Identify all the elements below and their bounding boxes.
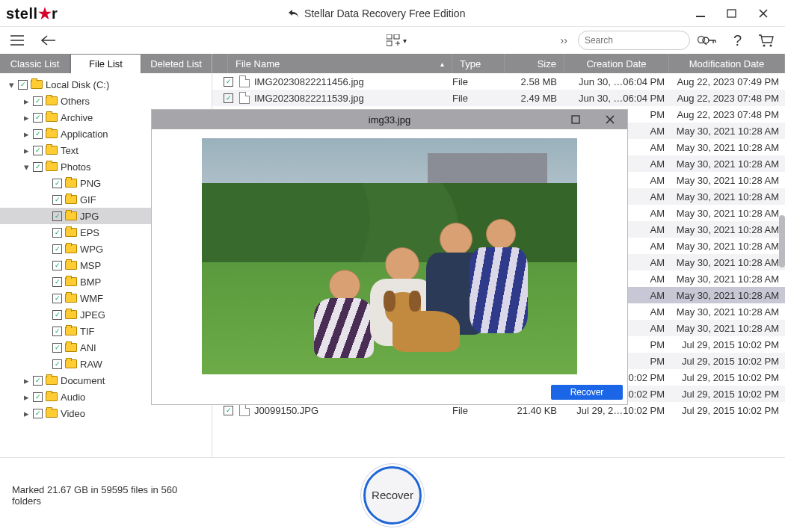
disclosure-icon[interactable] xyxy=(42,309,49,321)
checkbox[interactable]: ✓ xyxy=(33,96,43,106)
checkbox[interactable]: ✓ xyxy=(33,129,43,139)
cell-modification: May 30, 2021 10:28 AM xyxy=(669,323,785,334)
cell-modification: May 30, 2021 10:28 AM xyxy=(669,158,785,170)
checkbox[interactable]: ✓ xyxy=(33,113,43,123)
checkbox[interactable]: ✓ xyxy=(224,406,233,415)
checkbox[interactable]: ✓ xyxy=(33,146,43,155)
sidebar-tab-classic-list[interactable]: Classic List xyxy=(0,54,70,73)
tree-node-others[interactable]: ▸✓Others xyxy=(0,93,212,109)
col-creation[interactable]: Creation Date xyxy=(564,54,669,73)
col-filename[interactable]: File Name▴ xyxy=(228,54,452,73)
checkbox[interactable]: ✓ xyxy=(52,359,62,369)
disclosure-icon[interactable] xyxy=(42,211,49,222)
disclosure-icon[interactable]: ▸ xyxy=(22,96,30,107)
vertical-scrollbar[interactable] xyxy=(779,148,785,499)
tree-label: Local Disk (C:) xyxy=(46,79,109,90)
checkbox[interactable]: ✓ xyxy=(52,327,62,336)
disclosure-icon[interactable]: ▸ xyxy=(22,392,30,403)
table-row[interactable]: ✓J0099150.JPGFile21.40 KBJul 29, 2…10:02… xyxy=(212,402,785,418)
table-row[interactable]: ✓IMG20230822211539.jpgFile2.49 MBJun 30,… xyxy=(212,90,785,106)
disclosure-icon[interactable]: ▾ xyxy=(22,161,30,173)
checkbox[interactable]: ✓ xyxy=(52,277,62,287)
disclosure-icon[interactable] xyxy=(42,260,49,271)
col-type[interactable]: Type xyxy=(452,54,505,73)
tree-label: WPG xyxy=(80,244,103,255)
preview-recover-button[interactable]: Recover xyxy=(551,385,623,400)
checkbox[interactable]: ✓ xyxy=(52,195,62,205)
file-name: J0099150.JPG xyxy=(254,405,318,416)
tree-label: TIF xyxy=(80,326,95,337)
menu-icon[interactable] xyxy=(6,32,28,49)
folder-icon xyxy=(65,228,77,237)
search-input[interactable] xyxy=(578,31,690,50)
cell-modification: Jul 29, 2015 10:02 PM xyxy=(669,405,785,416)
preview-image xyxy=(202,138,577,374)
col-size[interactable]: Size xyxy=(505,54,564,73)
folder-icon xyxy=(65,195,77,204)
cell-modification: May 30, 2021 10:28 AM xyxy=(669,290,785,301)
col-modification[interactable]: Modification Date xyxy=(669,54,785,73)
preview-close-button[interactable] xyxy=(593,110,627,129)
disclosure-icon[interactable]: ▸ xyxy=(22,375,30,386)
disclosure-icon[interactable] xyxy=(42,276,49,288)
disclosure-icon[interactable] xyxy=(42,293,49,304)
brand-logo: stell★r xyxy=(6,4,58,22)
folder-icon xyxy=(65,277,77,286)
checkbox[interactable]: ✓ xyxy=(33,409,43,418)
close-button[interactable] xyxy=(758,8,779,19)
recover-button[interactable]: Recover xyxy=(363,466,422,525)
folder-icon xyxy=(65,244,77,253)
disclosure-icon[interactable]: ▸ xyxy=(22,129,30,140)
checkbox[interactable]: ✓ xyxy=(52,211,62,221)
checkbox[interactable]: ✓ xyxy=(52,310,62,320)
disclosure-icon[interactable] xyxy=(42,178,49,189)
view-grid-icon[interactable]: ▾ xyxy=(382,31,411,49)
disclosure-icon[interactable]: ▸ xyxy=(22,145,30,156)
back-button[interactable] xyxy=(36,32,61,49)
disclosure-icon[interactable] xyxy=(42,326,49,337)
key-icon[interactable] xyxy=(698,31,721,49)
checkbox[interactable]: ✓ xyxy=(52,261,62,270)
checkbox[interactable]: ✓ xyxy=(52,294,62,303)
table-row[interactable]: ✓IMG20230822211456.jpgFile2.58 MBJun 30,… xyxy=(212,73,785,90)
disclosure-icon[interactable]: ▸ xyxy=(22,112,30,123)
checkbox[interactable]: ✓ xyxy=(33,162,43,172)
help-icon[interactable]: ? xyxy=(729,29,746,52)
svg-point-8 xyxy=(770,45,772,47)
folder-icon xyxy=(65,261,77,270)
folder-icon xyxy=(46,392,58,401)
disclosure-icon[interactable] xyxy=(42,194,49,205)
cart-icon[interactable] xyxy=(754,31,779,50)
disclosure-icon[interactable]: ▸ xyxy=(22,408,30,419)
file-name: IMG20230822211456.jpg xyxy=(254,76,364,87)
tree-node-local-disk-c-[interactable]: ▾✓Local Disk (C:) xyxy=(0,76,212,93)
cell-modification: May 30, 2021 10:28 AM xyxy=(669,142,785,153)
checkbox[interactable]: ✓ xyxy=(52,228,62,238)
preview-maximize-button[interactable] xyxy=(558,110,593,129)
svg-point-7 xyxy=(763,45,766,47)
sidebar-tab-deleted-list[interactable]: Deleted List xyxy=(141,54,212,73)
checkbox[interactable]: ✓ xyxy=(224,93,233,103)
maximize-button[interactable] xyxy=(727,8,748,19)
cell-size: 21.40 KB xyxy=(505,405,564,416)
checkbox[interactable]: ✓ xyxy=(33,392,43,402)
tree-node-video[interactable]: ▸✓Video xyxy=(0,405,212,421)
disclosure-icon[interactable] xyxy=(42,227,49,238)
checkbox[interactable]: ✓ xyxy=(52,179,62,188)
minimize-button[interactable] xyxy=(695,8,716,19)
checkbox[interactable]: ✓ xyxy=(52,244,62,254)
checkbox[interactable]: ✓ xyxy=(33,376,43,386)
disclosure-icon[interactable] xyxy=(42,359,49,370)
checkbox[interactable]: ✓ xyxy=(18,80,28,90)
disclosure-icon[interactable] xyxy=(42,244,49,255)
sidebar-tab-file-list[interactable]: File List xyxy=(70,54,141,73)
disclosure-icon[interactable]: ▾ xyxy=(7,79,15,90)
window-title: Stellar Data Recovery Free Edition xyxy=(58,7,695,19)
checkbox[interactable]: ✓ xyxy=(52,343,62,353)
checkbox[interactable]: ✓ xyxy=(224,77,233,87)
tree-label: Others xyxy=(61,96,90,107)
status-text: Marked 21.67 GB in 59595 files in 560 fo… xyxy=(12,484,206,507)
disclosure-icon[interactable] xyxy=(42,342,49,353)
tree-label: ANI xyxy=(80,342,96,353)
tree-label: Application xyxy=(61,129,108,140)
